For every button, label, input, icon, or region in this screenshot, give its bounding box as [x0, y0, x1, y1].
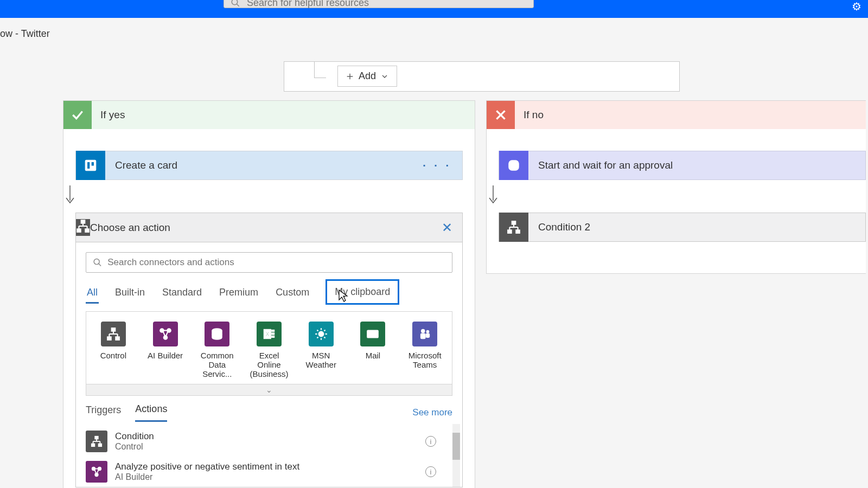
expand-connectors-button[interactable]: ⌄	[86, 384, 452, 395]
svg-rect-10	[85, 229, 89, 232]
search-icon	[93, 258, 102, 267]
condition-connector-line	[314, 62, 326, 78]
svg-rect-8	[81, 220, 85, 223]
approval-icon	[499, 151, 528, 180]
action-item-sentiment[interactable]: Analyze positive or negative sentiment i…	[76, 457, 462, 487]
settings-icon[interactable]: ⚙	[852, 0, 861, 13]
search-icon	[231, 0, 240, 8]
tab-custom[interactable]: Custom	[275, 284, 310, 304]
tab-builtin[interactable]: Built-in	[114, 284, 146, 304]
global-search-input[interactable]	[247, 0, 527, 9]
see-more-link[interactable]: See more	[412, 407, 452, 418]
add-label: Add	[359, 70, 376, 82]
if-yes-branch: If yes Create a card · · · Choose an act…	[63, 100, 475, 488]
choose-action-panel: Choose an action ✕ All Built-in Standard…	[75, 213, 463, 487]
action-sub: Control	[115, 442, 154, 452]
create-card-step[interactable]: Create a card · · ·	[75, 151, 463, 180]
flow-arrow-icon[interactable]	[487, 184, 866, 208]
connector-mail[interactable]: Mail	[352, 322, 395, 378]
action-sub: AI Builder	[115, 472, 299, 482]
svg-rect-52	[99, 444, 102, 447]
if-no-branch: If no Start and wait for an approval Con…	[486, 100, 866, 274]
tab-premium[interactable]: Premium	[218, 284, 259, 304]
svg-point-59	[95, 473, 98, 477]
connector-cds[interactable]: Common Data Servic...	[195, 322, 239, 378]
tab-triggers[interactable]: Triggers	[86, 404, 121, 421]
connector-label: Control	[100, 351, 126, 360]
flow-canvas: Add If yes Create a card · · ·	[0, 18, 868, 488]
svg-line-16	[99, 264, 101, 266]
connector-msn-weather[interactable]: MSN Weather	[299, 322, 343, 378]
action-search-input[interactable]	[107, 257, 445, 268]
trello-icon	[76, 151, 105, 180]
check-icon	[63, 101, 92, 129]
filter-tabs: All Built-in Standard Premium Custom My …	[86, 282, 452, 305]
global-search[interactable]	[224, 0, 534, 8]
svg-rect-33	[271, 330, 274, 331]
svg-rect-17	[112, 328, 116, 331]
top-bar: ⚙	[0, 0, 868, 18]
connector-teams[interactable]: Microsoft Teams	[403, 322, 446, 378]
svg-rect-19	[116, 337, 119, 339]
create-card-title: Create a card	[115, 159, 177, 171]
scrollbar-thumb[interactable]	[452, 433, 460, 460]
connectors-grid: Control AI Builder Common Data Servic...…	[86, 311, 452, 396]
tab-my-clipboard[interactable]: My clipboard	[326, 279, 399, 305]
svg-rect-68	[508, 230, 512, 233]
choose-action-header: Choose an action ✕	[76, 213, 462, 242]
connector-control[interactable]: Control	[92, 322, 135, 378]
info-icon[interactable]: i	[425, 436, 436, 447]
svg-rect-5	[87, 162, 90, 169]
tab-actions[interactable]: Actions	[135, 403, 167, 422]
approval-step[interactable]: Start and wait for an approval	[499, 151, 866, 180]
add-condition-button[interactable]: Add	[337, 66, 397, 87]
choose-action-title: Choose an action	[90, 222, 170, 234]
svg-line-60	[94, 470, 96, 473]
chevron-down-icon	[380, 72, 389, 81]
flow-arrow-icon[interactable]	[63, 184, 475, 208]
condition-card[interactable]: Add	[284, 61, 680, 92]
tab-standard[interactable]: Standard	[161, 284, 203, 304]
svg-line-27	[163, 332, 164, 336]
svg-point-15	[94, 259, 99, 265]
svg-line-44	[324, 330, 325, 331]
svg-rect-9	[77, 229, 81, 232]
svg-rect-67	[512, 221, 516, 224]
condition2-step[interactable]: Condition 2	[499, 213, 866, 242]
svg-rect-48	[421, 333, 426, 339]
svg-rect-34	[271, 333, 274, 335]
svg-line-61	[97, 470, 99, 473]
svg-line-1	[237, 4, 239, 7]
svg-point-36	[318, 332, 323, 337]
control-flow-icon	[499, 213, 528, 242]
x-icon	[487, 101, 515, 129]
tab-all[interactable]: All	[86, 284, 99, 304]
svg-line-41	[317, 330, 318, 331]
connector-label: Microsoft Teams	[409, 351, 442, 369]
svg-point-26	[163, 336, 167, 339]
svg-rect-6	[91, 162, 94, 166]
connector-label: Common Data Servic...	[201, 351, 234, 378]
svg-point-47	[426, 330, 429, 333]
action-title: Analyze positive or negative sentiment i…	[115, 461, 299, 472]
step-menu-button[interactable]: · · ·	[423, 159, 451, 172]
action-search[interactable]	[86, 252, 452, 273]
svg-rect-18	[107, 337, 111, 339]
close-icon[interactable]: ✕	[442, 220, 452, 235]
svg-rect-69	[516, 230, 520, 233]
svg-rect-50	[95, 436, 98, 439]
action-item-condition[interactable]: ConditionControl i	[76, 426, 462, 457]
connector-ai-builder[interactable]: AI Builder	[144, 322, 187, 378]
connector-label: Mail	[366, 351, 381, 360]
info-icon[interactable]: i	[425, 466, 436, 477]
plus-icon	[346, 72, 354, 81]
svg-line-43	[317, 337, 318, 338]
connector-label: Excel Online (Business)	[250, 351, 289, 378]
if-no-header: If no	[487, 101, 866, 129]
action-body: All Built-in Standard Premium Custom My …	[76, 242, 462, 396]
svg-point-46	[422, 329, 425, 333]
svg-text:X: X	[265, 331, 270, 337]
connector-excel[interactable]: XExcel Online (Business)	[247, 322, 291, 378]
control-flow-icon	[76, 219, 90, 236]
connector-label: AI Builder	[148, 351, 183, 360]
